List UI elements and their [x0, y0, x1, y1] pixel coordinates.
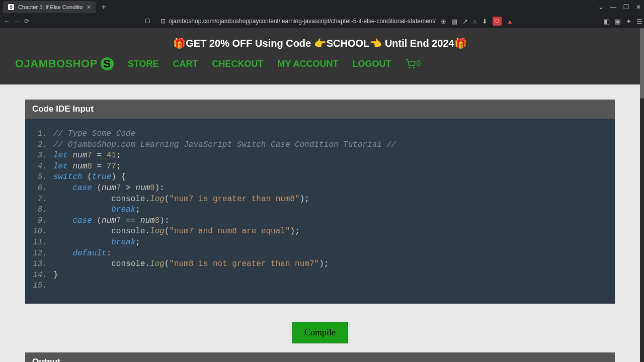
- tab-bar: S Chapter 5: If Else Conditio ✕ + ⌄ — ❐ …: [0, 0, 644, 14]
- shield-icon[interactable]: 🛡: [493, 17, 502, 26]
- close-window-icon[interactable]: ✕: [636, 4, 641, 11]
- window-controls: ⌄ — ❐ ✕: [598, 4, 641, 11]
- minimize-icon[interactable]: —: [610, 4, 616, 11]
- code-line: 13. console.log("num8 is not greater tha…: [31, 259, 609, 270]
- chevron-down-icon[interactable]: ⌄: [598, 4, 603, 11]
- code-line: 15.: [31, 281, 609, 292]
- nav-logout[interactable]: LOGOUT: [353, 59, 391, 69]
- code-line: 14.}: [31, 270, 609, 281]
- reader-icon[interactable]: ▤: [451, 18, 457, 25]
- forward-button[interactable]: →: [14, 18, 20, 25]
- url-box[interactable]: ☐ ⊡ ojamboshop.com/ojamboshoppaycontent/…: [145, 18, 436, 25]
- nav-account[interactable]: MY ACCOUNT: [278, 59, 339, 69]
- browser-chrome: S Chapter 5: If Else Conditio ✕ + ⌄ — ❐ …: [0, 0, 644, 28]
- address-bar: ← → ⟳ ☐ ⊡ ojamboshop.com/ojamboshoppayco…: [0, 14, 644, 28]
- bookmark-icon[interactable]: ☐: [145, 18, 150, 25]
- code-line: 2.// OjamboShop.com Learning JavaScript …: [31, 140, 609, 151]
- code-editor[interactable]: 1.// Type Some Code2.// OjamboShop.com L…: [25, 119, 615, 304]
- input-panel: Code IDE Input 1.// Type Some Code2.// O…: [25, 100, 615, 304]
- scroll-thumb[interactable]: [640, 28, 644, 99]
- code-line: 1.// Type Some Code: [31, 129, 609, 140]
- compile-row: Compile: [25, 313, 615, 352]
- brand-text: OJAMBOSHOP: [15, 57, 98, 70]
- sparkle-icon[interactable]: ✦: [626, 18, 631, 25]
- new-tab-button[interactable]: +: [101, 3, 106, 12]
- code-line: 6. case (num7 > num8):: [31, 183, 609, 194]
- output-panel-header: Output: [25, 352, 615, 362]
- nav-checkout[interactable]: CHECKOUT: [212, 59, 264, 69]
- reload-button[interactable]: ⟳: [24, 18, 29, 25]
- tab-close-icon[interactable]: ✕: [87, 4, 91, 11]
- url-text: ojamboshop.com/ojamboshoppaycontent/lear…: [169, 18, 436, 25]
- code-line: 12. default:: [31, 248, 609, 259]
- tab-title: Chapter 5: If Else Conditio: [18, 4, 83, 10]
- nav-store[interactable]: STORE: [128, 59, 159, 69]
- download-icon[interactable]: ⬇: [482, 18, 488, 25]
- panel-icon[interactable]: ▣: [615, 18, 621, 25]
- page-header: 🎁GET 20% OFF Using Code 👉SCHOOL👈 Until E…: [0, 28, 640, 84]
- output-panel: Output: [25, 352, 615, 362]
- content-area: Code IDE Input 1.// Type Some Code2.// O…: [0, 84, 640, 362]
- svg-point-1: [413, 67, 414, 68]
- maximize-icon[interactable]: ❐: [623, 4, 629, 11]
- code-line: 8. break;: [31, 205, 609, 216]
- rss-icon[interactable]: ⟑: [473, 18, 477, 25]
- site-info-icon[interactable]: ⊡: [160, 18, 166, 25]
- promo-banner: 🎁GET 20% OFF Using Code 👉SCHOOL👈 Until E…: [15, 37, 625, 49]
- code-line: 9. case (num7 == num8):: [31, 216, 609, 227]
- nav-cart[interactable]: CART: [173, 59, 198, 69]
- brand-badge-icon: S: [101, 57, 114, 70]
- code-line: 5.switch (true) {: [31, 172, 609, 183]
- code-line: 11. break;: [31, 237, 609, 248]
- back-button[interactable]: ←: [4, 18, 10, 25]
- brand-logo[interactable]: OJAMBOSHOP S: [15, 57, 114, 70]
- svg-point-0: [409, 67, 410, 68]
- compile-button[interactable]: Compile: [292, 322, 348, 343]
- favicon: S: [8, 4, 14, 10]
- code-line: 4.let num8 = 77;: [31, 161, 609, 172]
- code-line: 10. console.log("num7 and num8 are equal…: [31, 226, 609, 237]
- code-line: 3.let num7 = 41;: [31, 150, 609, 161]
- input-panel-header: Code IDE Input: [25, 100, 615, 119]
- scrollbar[interactable]: [640, 28, 644, 362]
- browser-tab[interactable]: S Chapter 5: If Else Conditio ✕: [3, 1, 96, 13]
- warning-icon[interactable]: ▲: [507, 18, 513, 25]
- menu-icon[interactable]: ☰: [636, 18, 642, 25]
- cart-count: 0: [417, 59, 421, 68]
- sidebar-icon[interactable]: ◧: [604, 18, 610, 25]
- cart-icon[interactable]: 0: [406, 59, 421, 69]
- code-line: 7. console.log("num7 is greater than num…: [31, 194, 609, 205]
- page-body: 🎁GET 20% OFF Using Code 👉SCHOOL👈 Until E…: [0, 28, 640, 362]
- zoom-icon[interactable]: ⊕: [441, 18, 446, 25]
- main-nav: OJAMBOSHOP S STORE CART CHECKOUT MY ACCO…: [15, 57, 625, 70]
- share-icon[interactable]: ↗: [462, 18, 468, 25]
